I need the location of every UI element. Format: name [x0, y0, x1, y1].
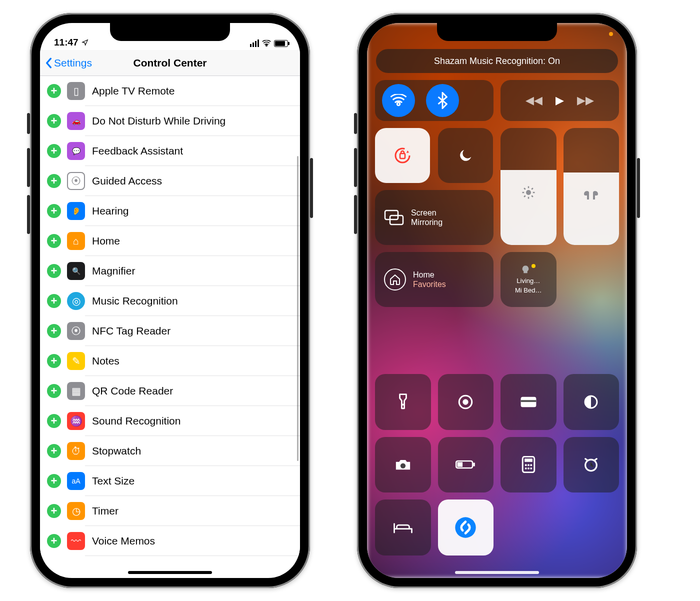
add-button[interactable]: +: [47, 504, 61, 518]
item-label: Music Recognition: [92, 295, 178, 307]
list-item: +⏱Stopwatch: [40, 436, 300, 466]
list-item: +◎Music Recognition: [40, 286, 300, 316]
flashlight-icon: [396, 393, 410, 411]
home-indicator[interactable]: [128, 571, 212, 574]
add-button[interactable]: +: [47, 114, 61, 128]
moon-icon: [457, 147, 474, 164]
calculator-tile[interactable]: [500, 437, 556, 493]
screen-mirroring-title: Screen: [411, 208, 442, 218]
camera-icon: [394, 458, 412, 472]
list-item: +✎Notes: [40, 346, 300, 376]
alarm-icon: [582, 456, 600, 473]
guided-icon: ⦿: [67, 172, 85, 190]
darkmode-icon: [583, 394, 599, 410]
media-module[interactable]: ◀◀ ▶ ▶▶: [500, 80, 619, 121]
rotation-lock-toggle[interactable]: [375, 128, 430, 183]
screen-mirroring-tile[interactable]: Screen Mirroring: [375, 190, 494, 245]
prev-track-icon[interactable]: ◀◀: [526, 94, 542, 107]
textsize-icon: aA: [67, 472, 85, 490]
do-not-disturb-toggle[interactable]: [438, 128, 493, 183]
timer-icon: ◷: [67, 502, 85, 520]
camera-tile[interactable]: [375, 437, 431, 493]
more-controls-list[interactable]: +▯Apple TV Remote+🚗Do Not Disturb While …: [40, 76, 300, 556]
magnifier-icon: 🔍: [67, 262, 85, 280]
add-button[interactable]: +: [47, 84, 61, 98]
connectivity-module[interactable]: [375, 80, 494, 121]
home-indicator[interactable]: [455, 571, 539, 574]
bed-icon: [393, 520, 413, 534]
home-scene-tile[interactable]: Living… Mi Bed…: [500, 252, 556, 307]
notch: [437, 23, 557, 41]
item-label: Notes: [92, 355, 120, 367]
svg-rect-16: [524, 458, 532, 462]
add-button[interactable]: +: [47, 354, 61, 368]
volume-slider[interactable]: [564, 128, 620, 245]
voicememos-icon: 〰: [67, 532, 85, 550]
qr-icon: ▦: [67, 382, 85, 400]
add-button[interactable]: +: [47, 144, 61, 158]
add-button[interactable]: +: [47, 534, 61, 548]
alarm-tile[interactable]: [564, 437, 620, 493]
add-button[interactable]: +: [47, 384, 61, 398]
add-button[interactable]: +: [47, 294, 61, 308]
wifi-toggle[interactable]: [382, 84, 415, 117]
next-track-icon[interactable]: ▶▶: [577, 94, 594, 107]
svg-point-17: [525, 464, 527, 466]
list-item: +◷Timer: [40, 496, 300, 526]
scene-line1: Living…: [516, 277, 540, 284]
add-button[interactable]: +: [47, 174, 61, 188]
home-favorites-tile[interactable]: Home Favorites: [375, 252, 494, 307]
darkmode-tile[interactable]: [564, 374, 620, 430]
scroll-indicator[interactable]: [297, 156, 298, 461]
item-label: Magnifier: [92, 265, 135, 277]
lowpower-tile[interactable]: [438, 437, 494, 493]
add-button[interactable]: +: [47, 234, 61, 248]
item-label: NFC Tag Reader: [92, 325, 170, 337]
status-time: 11:47: [54, 37, 78, 48]
flashlight-tile[interactable]: [375, 374, 431, 430]
sleep-tile[interactable]: [375, 500, 431, 556]
item-label: Stopwatch: [92, 445, 141, 457]
add-button[interactable]: +: [47, 414, 61, 428]
scene-line2: Mi Bed…: [515, 286, 542, 294]
rotation-lock-icon: [392, 146, 412, 166]
svg-rect-9: [520, 400, 536, 402]
airpods-icon: [582, 188, 600, 202]
add-button[interactable]: +: [47, 204, 61, 218]
bluetooth-toggle[interactable]: [426, 84, 459, 117]
record-icon: [457, 394, 474, 410]
back-button[interactable]: Settings: [40, 57, 92, 69]
screenrecord-tile[interactable]: [438, 374, 494, 430]
svg-point-19: [530, 464, 532, 466]
home-subtitle: Favorites: [413, 280, 446, 289]
location-icon: [82, 39, 88, 46]
item-label: QR Code Reader: [92, 385, 173, 397]
brightness-slider[interactable]: [500, 128, 556, 245]
svg-point-11: [400, 464, 406, 468]
svg-point-22: [530, 468, 532, 470]
item-label: Hearing: [92, 205, 129, 217]
add-button[interactable]: +: [47, 324, 61, 338]
nav-bar: Settings Control Center: [40, 50, 300, 76]
phone-frame-right: Shazam Music Recognition: On ◀◀ ▶: [357, 13, 637, 588]
shazam-tile[interactable]: [438, 500, 494, 556]
svg-point-18: [528, 464, 530, 466]
list-item: +⦿Guided Access: [40, 166, 300, 196]
play-icon[interactable]: ▶: [556, 94, 564, 107]
screen-mirroring-subtitle: Mirroring: [411, 218, 442, 227]
add-button[interactable]: +: [47, 444, 61, 458]
notch: [110, 23, 230, 41]
item-label: Timer: [92, 505, 118, 517]
wallet-tile[interactable]: [500, 374, 556, 430]
back-label: Settings: [54, 57, 92, 69]
control-center-small-tiles: [375, 374, 619, 556]
item-label: Do Not Disturb While Driving: [92, 115, 226, 127]
svg-rect-14: [458, 462, 463, 467]
add-button[interactable]: +: [47, 264, 61, 278]
car-icon: 🚗: [67, 112, 85, 130]
add-button[interactable]: +: [47, 474, 61, 488]
wifi-icon: [262, 40, 271, 47]
feedback-icon: 💬: [67, 142, 85, 160]
list-item: +💬Feedback Assistant: [40, 136, 300, 166]
lightbulb-icon: [522, 265, 536, 275]
